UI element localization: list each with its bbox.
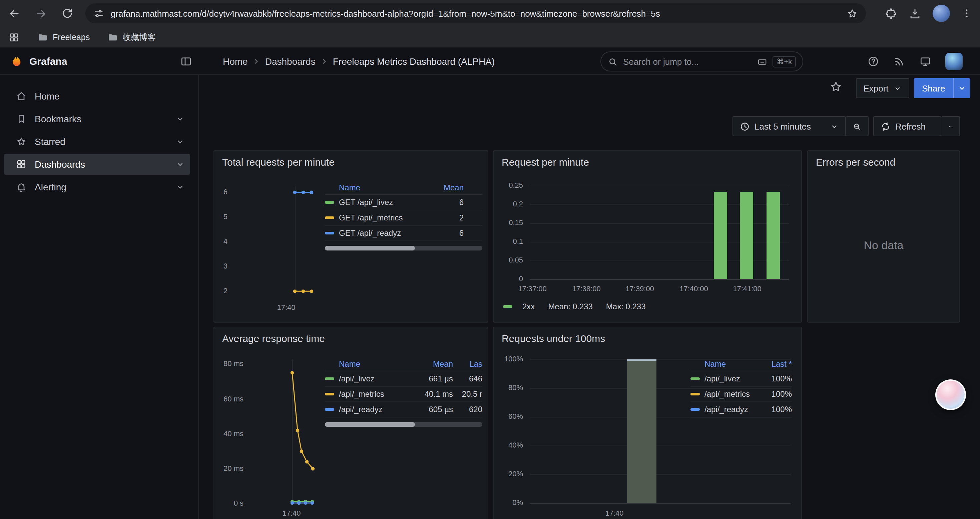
share-dropdown-button[interactable] [953,78,970,98]
legend-row[interactable]: /api/_readyz 100% [690,402,792,417]
series-color-green [325,201,334,204]
y-tick: 60% [495,412,523,420]
series-name[interactable]: GET /api/_readyz [339,228,424,238]
series-name[interactable]: /api/_livez [705,374,762,383]
legend-row[interactable]: GET /api/_metrics 2 [325,211,482,226]
apps-grid-icon[interactable] [9,32,19,43]
dashboard-main: Export Share Last 5 minutes Refresh [199,75,980,519]
home-icon [16,91,27,102]
url-bar[interactable]: grafana.mathmast.com/d/deytv4rwavabkb/fr… [85,3,866,23]
legend-row[interactable]: GET /api/_livez 6 [325,195,482,211]
panel-title[interactable]: Requests under 100ms [502,333,605,344]
panel-title[interactable]: Total requests per minute [222,156,334,168]
downloads-icon[interactable] [908,7,921,20]
series-name[interactable]: /api/_readyz [339,405,413,414]
legend-last-header[interactable]: Las [453,359,482,368]
chevron-down-icon[interactable] [175,114,185,124]
legend-table: Name Mean Las /api/_livez 661 µs 646 /ap… [325,357,482,427]
gridline [530,260,789,261]
breadcrumb-home[interactable]: Home [223,56,248,67]
browser-menu-icon[interactable] [961,8,972,19]
y-tick: 80% [495,383,523,391]
refresh-icon [881,121,891,131]
panel-title[interactable]: Errors per second [816,156,895,168]
bookmark-item[interactable]: 收藏博客 [107,32,156,43]
series-name[interactable]: GET /api/_metrics [339,213,424,222]
legend-name-header[interactable]: Name [325,183,424,192]
user-avatar[interactable] [945,53,963,70]
y-tick: 0.15 [495,219,523,227]
scrollbar-thumb[interactable] [325,246,415,251]
bookmark-star-icon[interactable] [846,8,858,19]
chevron-down-icon[interactable] [175,182,185,192]
series-name[interactable]: /api/_livez [339,374,413,383]
search-icon [608,56,618,67]
sidebar-item-home[interactable]: Home [4,86,190,107]
url-text[interactable]: grafana.mathmast.com/d/deytv4rwavabkb/fr… [111,8,840,18]
legend-name-header[interactable]: Name [690,359,762,368]
refresh-interval-dropdown[interactable] [941,116,960,136]
tune-icon[interactable] [94,8,104,19]
chevron-right-icon [320,57,328,65]
sidebar-item-label: Home [35,91,60,102]
folder-icon [107,32,118,43]
series-name[interactable]: /api/_metrics [339,390,413,399]
folder-icon [37,32,48,43]
series-name[interactable]: GET /api/_livez [339,198,424,207]
reload-icon[interactable] [61,7,73,19]
panel-title[interactable]: Average response time [222,333,325,344]
back-icon[interactable] [8,7,21,20]
legend-name-header[interactable]: Name [325,359,413,368]
bookmark-item[interactable]: Freeleaps [37,32,90,43]
help-icon[interactable] [867,56,879,67]
x-tick: 17:40 [272,509,312,517]
legend-row[interactable]: GET /api/_readyz 6 [325,226,482,241]
legend-row[interactable]: /api/_livez 661 µs 646 [325,371,482,387]
keyboard-icon [757,56,767,67]
legend-scrollbar[interactable] [325,422,482,427]
panel-title[interactable]: Request per minute [502,156,589,168]
sidebar-item-dashboards[interactable]: Dashboards [4,153,190,175]
y-tick: 40 ms [215,430,243,438]
news-rss-icon[interactable] [893,56,905,67]
legend-row[interactable]: /api/_metrics 40.1 ms 20.5 r [325,387,482,402]
export-button[interactable]: Export [856,78,909,98]
breadcrumb-dashboards[interactable]: Dashboards [265,56,315,67]
chevron-down-icon[interactable] [175,160,185,169]
legend-row[interactable]: /api/_metrics 100% [690,387,792,402]
legend-mean-header[interactable]: Mean [424,183,464,192]
search-input[interactable]: Search or jump to... ⌘+k [600,51,803,72]
forward-icon[interactable] [35,7,48,20]
legend-scrollbar[interactable] [325,246,482,251]
share-button[interactable]: Share [914,78,953,98]
browser-profile-avatar[interactable] [932,5,950,22]
time-range-picker[interactable]: Last 5 minutes [732,116,846,136]
y-tick: 0.1 [495,237,523,245]
extensions-icon[interactable] [885,7,897,20]
chevron-down-icon[interactable] [175,137,185,146]
sidebar: Home Bookmarks Starred Dashboards [0,75,199,519]
legend-last-header[interactable]: Last * [762,359,792,368]
share-button-group: Share [914,78,970,98]
series-name[interactable]: /api/_readyz [705,405,762,414]
scrollbar-thumb[interactable] [325,422,415,427]
refresh-controls: Refresh [873,116,960,136]
assistant-avatar[interactable] [935,379,966,410]
series-name[interactable]: /api/_metrics [705,390,762,399]
grafana-logo[interactable] [10,54,24,69]
legend-inline[interactable]: 2xx Mean: 0.233 Max: 0.233 [503,302,646,311]
zoom-out-button[interactable] [846,116,869,136]
series-name[interactable]: 2xx [522,302,535,311]
sidebar-item-bookmarks[interactable]: Bookmarks [4,108,190,129]
refresh-button[interactable]: Refresh [873,116,941,136]
legend-row[interactable]: /api/_livez 100% [690,371,792,387]
favorite-star-icon[interactable] [829,80,843,94]
sidebar-item-starred[interactable]: Starred [4,131,190,152]
legend-row[interactable]: /api/_readyz 605 µs 620 [325,402,482,417]
display-icon[interactable] [919,56,931,67]
collapse-sidebar-icon[interactable] [180,56,192,67]
bookmark-icon [16,113,27,124]
legend-mean-header[interactable]: Mean [413,359,453,368]
series-last: 620 [453,405,482,414]
sidebar-item-alerting[interactable]: Alerting [4,176,190,198]
